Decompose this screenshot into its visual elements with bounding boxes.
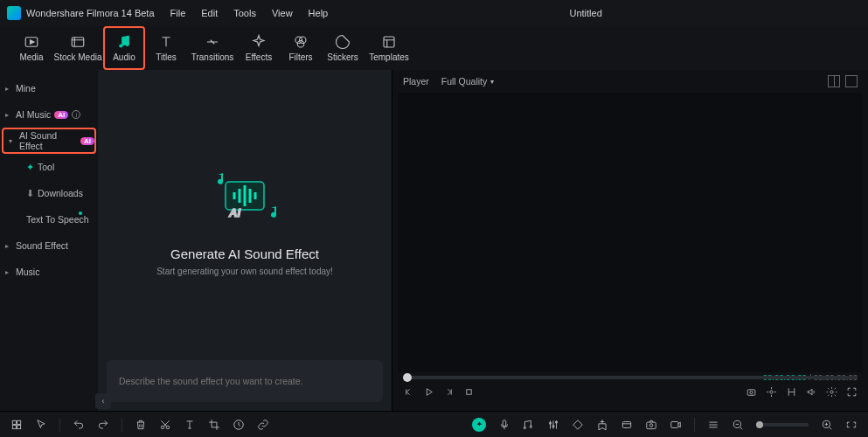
ribbon-templates[interactable]: Templates [364,26,414,70]
svg-rect-38 [647,422,656,429]
pointer-tool-icon[interactable] [35,419,47,431]
ribbon-audio[interactable]: Audio [103,26,145,70]
svg-point-23 [830,391,833,393]
zoom-slider[interactable] [756,423,809,427]
marker-icon[interactable] [766,386,777,398]
sidebar-item-tool[interactable]: ✦Tool [0,154,98,180]
next-frame-icon[interactable] [443,386,455,398]
ribbon-media[interactable]: Media [10,26,52,70]
prev-frame-icon[interactable] [403,386,414,398]
fit-icon[interactable] [845,419,858,431]
ribbon-titles[interactable]: Titles [145,26,187,70]
settings-icon[interactable] [826,386,837,398]
ai-badge: AI [54,111,68,119]
menu-file[interactable]: File [170,8,186,18]
selection-tool-icon[interactable] [10,419,23,431]
svg-point-5 [120,45,122,47]
scrubber-thumb[interactable] [403,373,412,382]
ribbon-stickers[interactable]: Stickers [322,26,364,70]
svg-rect-26 [12,425,16,428]
sidebar: ▸Mine ▸AI MusicAIi ▾AI Sound EffectAI ✦T… [0,70,98,411]
info-icon[interactable]: i [72,110,80,119]
ribbon-media-label: Media [19,52,43,62]
prompt-input-container[interactable] [107,360,383,402]
ribbon-titles-label: Titles [156,52,177,62]
layout-split-icon[interactable] [828,75,840,87]
clip-mark-icon[interactable] [786,386,797,398]
speed-icon[interactable] [233,419,245,431]
svg-rect-19 [467,390,471,394]
link-icon[interactable] [257,419,269,431]
volume-icon[interactable] [806,386,817,398]
svg-rect-20 [747,390,755,396]
text-icon[interactable] [184,419,196,431]
track-view-icon[interactable] [707,419,719,431]
svg-rect-25 [17,420,21,424]
hero-subtitle: Start generating your own sound effect t… [156,267,333,276]
svg-rect-31 [503,420,506,426]
new-indicator [79,212,82,215]
zoom-out-icon[interactable] [732,419,744,431]
ribbon-toolbar: Media Stock Media Audio Titles Transitio… [0,26,868,70]
scrubber[interactable] [403,376,858,379]
sidebar-item-music[interactable]: ▸Music [0,259,98,285]
screenshot-icon[interactable] [746,386,757,398]
menu-help[interactable]: Help [309,8,329,18]
layout-single-icon[interactable] [845,75,858,87]
audio-track-icon[interactable] [523,419,535,431]
sidebar-item-ai-sound-effect[interactable]: ▾AI Sound EffectAI [2,128,96,154]
ribbon-effects-label: Effects [246,52,272,62]
svg-point-8 [300,37,307,44]
player-label: Player [403,76,429,87]
ribbon-effects[interactable]: Effects [238,26,280,70]
stop-icon[interactable] [463,386,475,398]
svg-point-6 [126,44,128,46]
prompt-input[interactable] [119,376,371,386]
ai-sound-hero-icon: AI [203,166,287,229]
ribbon-transitions[interactable]: Transitions [187,26,238,70]
snapshot-icon[interactable] [645,419,657,431]
menu-view[interactable]: View [272,8,293,18]
ribbon-filters[interactable]: Filters [280,26,322,70]
record-icon[interactable] [670,419,682,431]
mic-icon[interactable] [498,419,510,431]
render-icon[interactable] [621,419,633,431]
menu-edit[interactable]: Edit [201,8,218,18]
crop-icon[interactable] [208,419,220,431]
sidebar-item-downloads[interactable]: ⬇Downloads [0,180,98,206]
undo-icon[interactable] [73,419,85,431]
svg-point-39 [649,423,653,427]
ribbon-stickers-label: Stickers [327,52,358,62]
menu-tools[interactable]: Tools [233,8,256,18]
keyframe-icon[interactable] [572,419,584,431]
ai-tools-button[interactable]: ✦ [472,418,486,432]
sidebar-item-mine[interactable]: ▸Mine [0,75,98,101]
redo-icon[interactable] [97,419,109,431]
sidebar-item-tts[interactable]: Text To Speech [0,206,98,232]
cut-icon[interactable] [159,419,171,431]
chevron-down-icon: ▾ [9,137,12,145]
menu-bar: File Edit Tools View Help [170,8,329,18]
svg-rect-10 [384,37,394,47]
chevron-right-icon: ▸ [5,268,9,276]
delete-icon[interactable] [135,419,147,431]
sidebar-item-sound-effect[interactable]: ▸Sound Effect [0,232,98,259]
play-icon[interactable] [423,386,434,398]
svg-rect-24 [12,420,16,424]
svg-rect-37 [622,421,630,427]
player-panel: Player Full Quality▾ 00:00:00:00 / 00:00… [392,70,868,411]
player-viewport[interactable] [398,93,863,372]
ribbon-audio-label: Audio [113,52,135,62]
ribbon-stock-media[interactable]: Stock Media [52,26,103,70]
hero-title: Generate AI Sound Effect [170,246,319,261]
quality-dropdown[interactable]: Full Quality▾ [441,76,495,87]
mixer-icon[interactable] [547,419,559,431]
sidebar-item-ai-music[interactable]: ▸AI MusicAIi [0,101,98,128]
svg-marker-3 [31,40,35,45]
fullscreen-icon[interactable] [846,386,858,398]
chevron-down-icon: ▾ [490,78,494,86]
zoom-in-icon[interactable] [821,419,833,431]
svg-point-22 [770,391,773,393]
marker-add-icon[interactable] [596,419,608,431]
chevron-right-icon: ▸ [5,85,9,93]
